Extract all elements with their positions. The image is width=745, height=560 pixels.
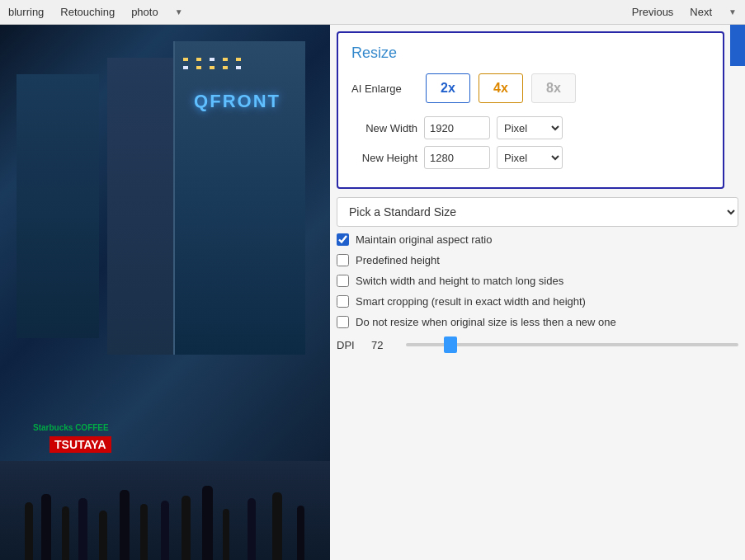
sign-qfront: QFRONT bbox=[194, 91, 281, 112]
predefined-height-checkbox[interactable] bbox=[337, 254, 349, 266]
new-width-input[interactable] bbox=[424, 116, 490, 139]
height-unit-select[interactable]: Pixel % cm inch bbox=[497, 146, 563, 169]
checkbox-row-2: Predefined height bbox=[337, 254, 738, 266]
sign-starbucks: Starbucks COFFEE bbox=[33, 423, 109, 432]
no-resize-checkbox[interactable] bbox=[337, 316, 349, 328]
maintain-aspect-checkbox[interactable] bbox=[337, 233, 349, 246]
switch-width-height-label[interactable]: Switch width and height to match long si… bbox=[356, 275, 563, 287]
ai-enlarge-label: AI Enlarge bbox=[351, 82, 417, 95]
new-height-row: New Height Pixel % cm inch bbox=[351, 146, 710, 169]
checkbox-row-4: Smart cropping (result in exact width an… bbox=[337, 295, 738, 308]
dpi-slider[interactable] bbox=[406, 343, 738, 346]
standard-size-row: Pick a Standard Size HD (1280×720) Full … bbox=[337, 197, 738, 227]
dpi-value: 72 bbox=[371, 339, 396, 351]
smart-cropping-checkbox[interactable] bbox=[337, 295, 349, 308]
dpi-slider-container bbox=[406, 336, 738, 353]
new-height-input[interactable] bbox=[424, 146, 490, 169]
enlarge-8x-button[interactable]: 8x bbox=[531, 73, 576, 103]
nav-next[interactable]: Next bbox=[690, 6, 712, 18]
photo-background: QFRONT Starbucks COFFEE TSUTAYA bbox=[0, 25, 330, 560]
enlarge-4x-button[interactable]: 4x bbox=[479, 73, 523, 103]
main-area: QFRONT Starbucks COFFEE TSUTAYA bbox=[0, 25, 745, 560]
photo-area: QFRONT Starbucks COFFEE TSUTAYA bbox=[0, 25, 330, 560]
right-panel: Resize AI Enlarge 2x 4x 8x New Width Pix… bbox=[330, 25, 745, 560]
no-resize-label[interactable]: Do not resize when original size is less… bbox=[356, 316, 616, 328]
checkbox-row-5: Do not resize when original size is less… bbox=[337, 316, 738, 328]
accent-bar bbox=[730, 25, 745, 66]
nav-previous[interactable]: Previous bbox=[632, 6, 674, 18]
new-width-label: New Width bbox=[351, 122, 417, 134]
resize-panel: Resize AI Enlarge 2x 4x 8x New Width Pix… bbox=[337, 31, 724, 189]
standard-size-select[interactable]: Pick a Standard Size HD (1280×720) Full … bbox=[337, 197, 738, 227]
predefined-height-label[interactable]: Predefined height bbox=[356, 254, 440, 266]
smart-cropping-label[interactable]: Smart cropping (result in exact width an… bbox=[356, 295, 586, 308]
checkboxes-section: Maintain original aspect ratio Predefine… bbox=[337, 233, 738, 328]
top-nav: blurring Retouching photo ▼ Previous Nex… bbox=[0, 0, 745, 25]
nav-retouching[interactable]: Retouching bbox=[60, 6, 115, 18]
nav-next-arrow: ▼ bbox=[728, 7, 737, 16]
new-width-row: New Width Pixel % cm inch bbox=[351, 116, 710, 139]
nav-photo-arrow: ▼ bbox=[175, 7, 183, 16]
ai-enlarge-row: AI Enlarge 2x 4x 8x bbox=[351, 73, 710, 103]
dpi-label: DPI bbox=[337, 339, 361, 351]
sign-tsutaya: TSUTAYA bbox=[50, 436, 111, 453]
enlarge-2x-button[interactable]: 2x bbox=[426, 73, 470, 103]
checkbox-row-3: Switch width and height to match long si… bbox=[337, 275, 738, 287]
new-height-label: New Height bbox=[351, 152, 417, 164]
nav-photo[interactable]: photo bbox=[131, 6, 158, 18]
dpi-row: DPI 72 bbox=[337, 336, 738, 353]
building-main bbox=[173, 41, 305, 355]
checkbox-row-1: Maintain original aspect ratio bbox=[337, 233, 738, 246]
maintain-aspect-label[interactable]: Maintain original aspect ratio bbox=[356, 233, 492, 246]
nav-blurring[interactable]: blurring bbox=[8, 6, 44, 18]
resize-title: Resize bbox=[351, 45, 710, 62]
width-unit-select[interactable]: Pixel % cm inch bbox=[497, 116, 563, 139]
building-left bbox=[17, 74, 99, 338]
switch-width-height-checkbox[interactable] bbox=[337, 275, 349, 287]
street bbox=[0, 461, 330, 560]
